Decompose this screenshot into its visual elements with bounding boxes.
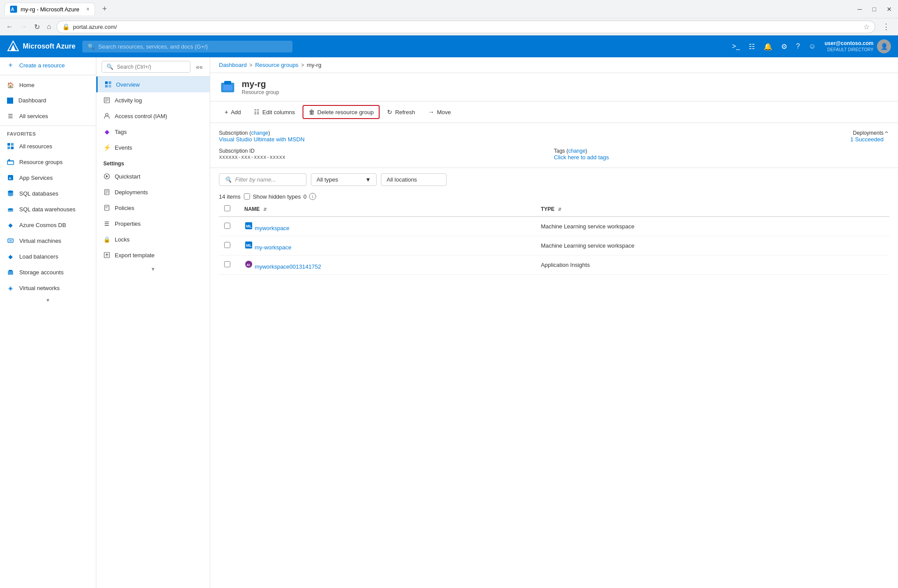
sub-item-tags[interactable]: ◆ Tags bbox=[96, 124, 210, 140]
help-button[interactable]: ? bbox=[792, 39, 803, 54]
tags-change-link[interactable]: change bbox=[568, 148, 585, 154]
notifications-button[interactable]: 🔔 bbox=[760, 39, 776, 54]
url-display[interactable]: portal.azure.com/ bbox=[73, 24, 117, 30]
sub-item-access-control[interactable]: Access control (IAM) bbox=[96, 108, 210, 124]
sidebar-item-resource-groups[interactable]: Resource groups bbox=[0, 154, 96, 170]
sidebar-item-cosmos-db[interactable]: ◆ Azure Cosmos DB bbox=[0, 217, 96, 233]
resource-name-link[interactable]: myworkspace0013141752 bbox=[255, 263, 321, 270]
sub-item-label-policies: Policies bbox=[115, 205, 134, 211]
tab-close-button[interactable]: × bbox=[86, 6, 89, 12]
sidebar-item-home[interactable]: 🏠 Home bbox=[0, 77, 96, 93]
sidebar-item-virtual-networks[interactable]: ◈ Virtual networks bbox=[0, 280, 96, 296]
directory-button[interactable]: ☷ bbox=[745, 39, 758, 54]
all-types-dropdown[interactable]: All types ▼ bbox=[311, 173, 377, 186]
virtual-networks-icon: ◈ bbox=[7, 284, 14, 291]
sidebar-item-all-services[interactable]: ☰ All services bbox=[0, 108, 96, 124]
row-checkbox-2[interactable] bbox=[224, 261, 230, 267]
edit-columns-button[interactable]: ☷ Edit columns bbox=[248, 105, 300, 119]
sub-sidebar-collapse-button[interactable]: «« bbox=[194, 62, 204, 72]
resource-name-link[interactable]: myworkspace bbox=[255, 225, 289, 231]
row-checkbox-0[interactable] bbox=[224, 223, 230, 229]
select-all-checkbox[interactable] bbox=[224, 205, 230, 211]
create-resource-icon: + bbox=[7, 62, 14, 69]
resource-name-link[interactable]: my-workspace bbox=[255, 244, 292, 251]
window-controls: ─ □ ✕ bbox=[856, 5, 894, 14]
th-name[interactable]: NAME ⇵ bbox=[239, 202, 535, 217]
all-services-icon: ☰ bbox=[7, 112, 14, 119]
sidebar-item-storage-accounts[interactable]: Storage accounts bbox=[0, 264, 96, 280]
sub-item-properties[interactable]: ☰ Properties bbox=[96, 216, 210, 231]
user-info[interactable]: user@contoso.com DEFAULT DIRECTORY 👤 bbox=[824, 39, 891, 53]
tags-add-link[interactable]: Click here to add tags bbox=[554, 154, 609, 161]
sub-sidebar-scroll-down[interactable]: ▼ bbox=[96, 263, 210, 275]
azure-search-bar[interactable]: 🔍 bbox=[82, 41, 292, 52]
sidebar-item-load-balancers[interactable]: ◆ Load balancers bbox=[0, 248, 96, 264]
close-button[interactable]: ✕ bbox=[885, 5, 894, 14]
svg-rect-22 bbox=[105, 85, 108, 88]
sub-item-deployments[interactable]: Deployments bbox=[96, 184, 210, 200]
sub-item-activity-log[interactable]: Activity log bbox=[96, 92, 210, 108]
new-tab-button[interactable]: + bbox=[99, 3, 110, 15]
sub-item-events[interactable]: ⚡ Events bbox=[96, 140, 210, 155]
sidebar-item-create-resource[interactable]: + Create a resource bbox=[0, 57, 96, 73]
reload-button[interactable]: ↻ bbox=[32, 21, 42, 33]
sub-item-overview[interactable]: Overview bbox=[96, 77, 210, 92]
sidebar-scroll-down[interactable]: ▼ bbox=[0, 296, 96, 304]
move-button[interactable]: → Move bbox=[423, 105, 457, 119]
breadcrumb-resource-groups[interactable]: Resource groups bbox=[255, 62, 299, 68]
sub-search-input[interactable] bbox=[117, 64, 186, 70]
azure-logo-icon bbox=[7, 40, 19, 52]
refresh-button[interactable]: ↻ Refresh bbox=[381, 105, 421, 119]
sidebar-item-dashboard[interactable]: Dashboard bbox=[0, 93, 96, 108]
feedback-button[interactable]: ☺ bbox=[805, 39, 819, 54]
resource-header-text: my-rg Resource group bbox=[242, 79, 279, 95]
svg-rect-7 bbox=[11, 147, 14, 149]
sub-item-policies[interactable]: Policies bbox=[96, 200, 210, 216]
tags-icon: ◆ bbox=[103, 128, 110, 135]
sub-item-quickstart[interactable]: Quickstart bbox=[96, 168, 210, 184]
browser-menu-button[interactable]: ⋮ bbox=[879, 20, 894, 33]
add-button[interactable]: + Add bbox=[219, 105, 247, 119]
sidebar-item-sql-databases[interactable]: SQL databases bbox=[0, 186, 96, 201]
user-email-text: user@contoso.com bbox=[824, 40, 873, 47]
sub-item-label-events: Events bbox=[115, 144, 132, 151]
details-area: ⌃ Subscription (change) Visual Studio Ul… bbox=[210, 123, 898, 168]
tags-label: Tags (change) bbox=[554, 148, 884, 154]
sub-sidebar-search-box[interactable]: 🔍 bbox=[102, 61, 190, 73]
minimize-button[interactable]: ─ bbox=[856, 5, 864, 14]
sub-item-locks[interactable]: 🔒 Locks bbox=[96, 231, 210, 247]
all-locations-dropdown[interactable]: All locations bbox=[381, 173, 447, 186]
avatar[interactable]: 👤 bbox=[877, 39, 891, 53]
row-checkbox-1[interactable] bbox=[224, 242, 230, 248]
events-icon: ⚡ bbox=[103, 144, 110, 151]
bookmark-icon[interactable]: ☆ bbox=[863, 23, 870, 31]
subscription-value-link[interactable]: Visual Studio Ultimate with MSDN bbox=[219, 136, 305, 143]
sidebar-item-all-resources[interactable]: All resources bbox=[0, 138, 96, 154]
deployments-value-link[interactable]: 1 Succeeded bbox=[850, 136, 884, 143]
cloud-shell-button[interactable]: >_ bbox=[729, 39, 743, 54]
sub-sidebar-items: Overview Activity log Access control (IA… bbox=[96, 77, 210, 588]
delete-resource-group-button[interactable]: 🗑 Delete resource group bbox=[303, 105, 380, 119]
show-hidden-checkbox[interactable] bbox=[244, 193, 250, 200]
all-types-label: All types bbox=[317, 176, 338, 183]
settings-button[interactable]: ⚙ bbox=[778, 39, 791, 54]
maximize-button[interactable]: □ bbox=[871, 5, 878, 14]
subscription-label: Subscription (change) bbox=[219, 130, 549, 136]
breadcrumb-dashboard[interactable]: Dashboard bbox=[219, 62, 247, 68]
collapse-details-button[interactable]: ⌃ bbox=[884, 130, 889, 138]
back-button[interactable]: ← bbox=[4, 21, 15, 32]
sub-item-export-template[interactable]: Export template bbox=[96, 247, 210, 263]
th-type[interactable]: TYPE ⇵ bbox=[535, 202, 889, 217]
sidebar-item-app-services[interactable]: A App Services bbox=[0, 170, 96, 186]
filter-name-input[interactable]: 🔍 Filter by name... bbox=[219, 173, 306, 186]
forward-button[interactable]: → bbox=[18, 21, 29, 32]
info-icon[interactable]: i bbox=[309, 193, 316, 200]
sidebar-item-sql-warehouses[interactable]: SQL data warehouses bbox=[0, 201, 96, 217]
cosmos-db-icon: ◆ bbox=[7, 221, 14, 228]
sub-item-label-quickstart: Quickstart bbox=[115, 173, 141, 180]
subscription-change-link[interactable]: change bbox=[251, 130, 268, 136]
search-input[interactable] bbox=[98, 43, 287, 50]
sidebar-item-virtual-machines[interactable]: Virtual machines bbox=[0, 233, 96, 248]
home-button[interactable]: ⌂ bbox=[45, 21, 53, 32]
tags-detail: Tags (change) Click here to add tags bbox=[554, 148, 884, 161]
